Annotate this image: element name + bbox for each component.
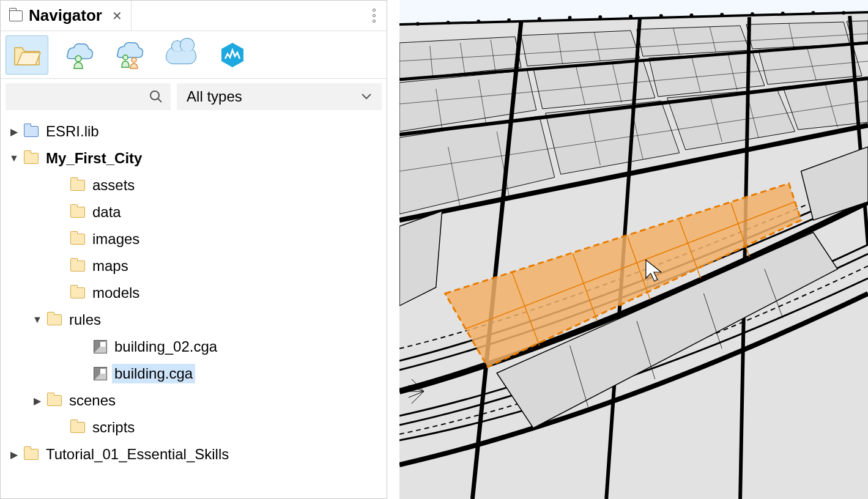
chevron-down-icon bbox=[361, 93, 372, 100]
navigator-toolbar bbox=[1, 31, 387, 79]
tree-label: scripts bbox=[90, 418, 137, 437]
svg-point-55 bbox=[720, 13, 724, 17]
tree-label: building.cga bbox=[112, 364, 195, 383]
tree-label: building_02.cga bbox=[112, 337, 220, 357]
svg-point-58 bbox=[811, 11, 815, 15]
type-filter-label: All types bbox=[187, 88, 242, 105]
folder-icon bbox=[47, 314, 62, 325]
tree-label: rules bbox=[67, 310, 103, 330]
folder-icon bbox=[70, 207, 85, 218]
tree-item-scripts[interactable]: ▶ scripts bbox=[1, 414, 387, 441]
cga-file-icon bbox=[94, 367, 107, 380]
tree-label: maps bbox=[90, 256, 131, 276]
chevron-right-icon[interactable]: ▶ bbox=[9, 449, 19, 460]
svg-point-51 bbox=[598, 15, 602, 19]
folder-icon bbox=[24, 126, 39, 137]
svg-point-50 bbox=[568, 16, 572, 20]
cga-file-icon bbox=[94, 340, 107, 353]
tree-item-assets[interactable]: ▶ assets bbox=[1, 172, 387, 199]
tab-title: Navigator bbox=[29, 6, 102, 25]
folder-icon bbox=[9, 10, 23, 21]
navigator-panel: Navigator ✕ bbox=[0, 0, 387, 499]
chevron-down-icon[interactable]: ▼ bbox=[32, 314, 42, 325]
tree-item-scenes[interactable]: ▶ scenes bbox=[1, 387, 387, 414]
folder-icon bbox=[24, 153, 39, 164]
tree-label: models bbox=[90, 283, 142, 303]
svg-point-57 bbox=[781, 12, 785, 15]
close-icon[interactable]: ✕ bbox=[112, 9, 122, 23]
search-input[interactable] bbox=[6, 83, 171, 110]
tree-item-data[interactable]: ▶ data bbox=[1, 199, 387, 226]
cloud-group-button[interactable] bbox=[108, 35, 151, 75]
tree-item-esri-lib[interactable]: ▶ ESRI.lib bbox=[1, 118, 387, 145]
project-tree[interactable]: ▶ ESRI.lib ▼ My_First_City ▶ assets ▶ da… bbox=[1, 114, 387, 498]
svg-point-54 bbox=[690, 13, 694, 17]
folder-icon bbox=[24, 449, 39, 460]
svg-line-4 bbox=[158, 98, 161, 102]
svg-point-2 bbox=[132, 57, 136, 62]
folder-icon bbox=[70, 287, 85, 298]
svg-point-52 bbox=[629, 15, 632, 18]
tree-item-building-cga[interactable]: ▶ building.cga bbox=[1, 360, 387, 387]
svg-point-0 bbox=[75, 56, 81, 62]
search-icon bbox=[149, 89, 163, 104]
tree-label: data bbox=[90, 202, 124, 222]
svg-point-45 bbox=[416, 22, 420, 26]
arcgis-button[interactable] bbox=[211, 35, 254, 75]
svg-point-56 bbox=[751, 12, 754, 16]
tree-item-tutorial[interactable]: ▶ Tutorial_01_Essential_Skills bbox=[1, 441, 387, 468]
filter-row: All types bbox=[1, 79, 387, 114]
tree-item-my-first-city[interactable]: ▼ My_First_City bbox=[1, 145, 387, 172]
folder-icon bbox=[47, 395, 62, 406]
svg-point-53 bbox=[659, 14, 663, 18]
tree-label: scenes bbox=[67, 391, 118, 410]
chevron-right-icon[interactable]: ▶ bbox=[9, 126, 19, 138]
tree-label: My_First_City bbox=[43, 149, 144, 168]
cloud-user-button[interactable] bbox=[57, 35, 100, 75]
tree-label: images bbox=[90, 229, 142, 249]
svg-point-59 bbox=[842, 11, 845, 15]
folder-icon bbox=[70, 180, 85, 191]
tab-bar: Navigator ✕ bbox=[1, 1, 387, 31]
3d-viewport[interactable] bbox=[399, 0, 868, 499]
tree-item-maps[interactable]: ▶ maps bbox=[1, 253, 387, 279]
tree-item-rules[interactable]: ▼ rules bbox=[1, 306, 387, 333]
file-system-button[interactable] bbox=[6, 35, 48, 75]
navigator-tab[interactable]: Navigator ✕ bbox=[1, 1, 132, 31]
chevron-down-icon[interactable]: ▼ bbox=[9, 153, 19, 164]
svg-point-3 bbox=[150, 91, 159, 100]
view-menu-icon[interactable] bbox=[373, 9, 376, 23]
tree-label: Tutorial_01_Essential_Skills bbox=[43, 445, 231, 464]
folder-icon bbox=[70, 261, 85, 272]
tree-item-building-02-cga[interactable]: ▶ building_02.cga bbox=[1, 333, 387, 360]
cloud-button[interactable] bbox=[160, 35, 202, 75]
svg-point-1 bbox=[123, 55, 128, 60]
tree-label: ESRI.lib bbox=[43, 122, 102, 141]
folder-icon bbox=[70, 422, 85, 433]
svg-point-47 bbox=[477, 20, 480, 23]
tree-item-images[interactable]: ▶ images bbox=[1, 226, 387, 253]
tree-label: assets bbox=[90, 176, 137, 195]
svg-point-48 bbox=[507, 18, 511, 22]
tree-item-models[interactable]: ▶ models bbox=[1, 279, 387, 306]
svg-point-46 bbox=[447, 21, 450, 24]
svg-point-49 bbox=[538, 17, 541, 21]
chevron-right-icon[interactable]: ▶ bbox=[32, 395, 42, 407]
cloud-icon bbox=[166, 46, 196, 64]
folder-icon bbox=[70, 234, 85, 245]
type-filter-dropdown[interactable]: All types bbox=[177, 83, 382, 110]
